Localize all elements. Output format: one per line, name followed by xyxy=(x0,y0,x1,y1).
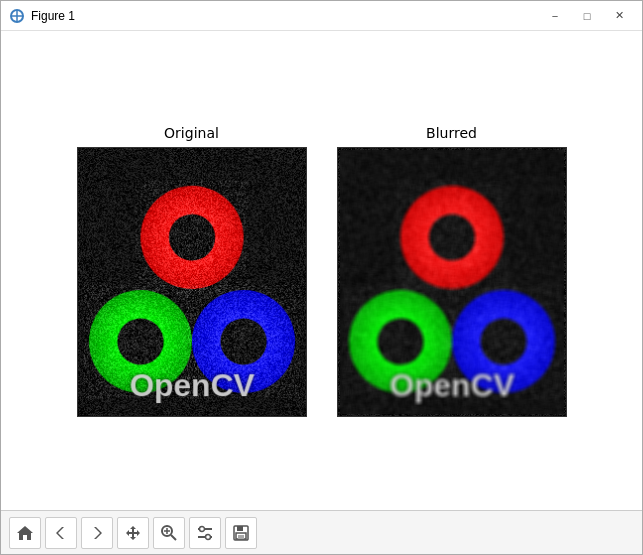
configure-icon xyxy=(196,524,214,542)
maximize-button[interactable]: □ xyxy=(572,6,602,26)
svg-marker-4 xyxy=(126,526,140,540)
pan-button[interactable] xyxy=(117,517,149,549)
original-image-frame xyxy=(77,147,307,417)
forward-button[interactable] xyxy=(81,517,113,549)
original-panel: Original xyxy=(77,125,307,417)
minimize-button[interactable]: − xyxy=(540,6,570,26)
svg-point-12 xyxy=(206,534,211,539)
blurred-canvas xyxy=(338,148,566,416)
window-title: Figure 1 xyxy=(31,9,540,23)
zoom-button[interactable] xyxy=(153,517,185,549)
configure-button[interactable] xyxy=(189,517,221,549)
svg-line-6 xyxy=(171,535,176,540)
toolbar xyxy=(1,510,642,554)
main-window: Figure 1 − □ ✕ Original Blurred xyxy=(0,0,643,555)
window-controls: − □ ✕ xyxy=(540,6,634,26)
svg-rect-14 xyxy=(237,526,243,531)
svg-point-10 xyxy=(200,526,205,531)
app-icon xyxy=(9,8,25,24)
blurred-label: Blurred xyxy=(426,125,477,141)
svg-marker-2 xyxy=(56,527,64,539)
blurred-image-frame xyxy=(337,147,567,417)
arrow-left-icon xyxy=(52,524,70,542)
blurred-panel: Blurred xyxy=(337,125,567,417)
original-canvas xyxy=(78,148,306,416)
svg-rect-16 xyxy=(238,535,244,539)
save-icon xyxy=(232,524,250,542)
back-button[interactable] xyxy=(45,517,77,549)
pan-icon xyxy=(124,524,142,542)
home-button[interactable] xyxy=(9,517,41,549)
title-bar: Figure 1 − □ ✕ xyxy=(1,1,642,31)
svg-marker-3 xyxy=(94,527,102,539)
content-area: Original Blurred xyxy=(1,31,642,510)
original-label: Original xyxy=(164,125,219,141)
images-container: Original Blurred xyxy=(77,125,567,417)
zoom-icon xyxy=(160,524,178,542)
close-button[interactable]: ✕ xyxy=(604,6,634,26)
save-button[interactable] xyxy=(225,517,257,549)
home-icon xyxy=(16,524,34,542)
arrow-right-icon xyxy=(88,524,106,542)
